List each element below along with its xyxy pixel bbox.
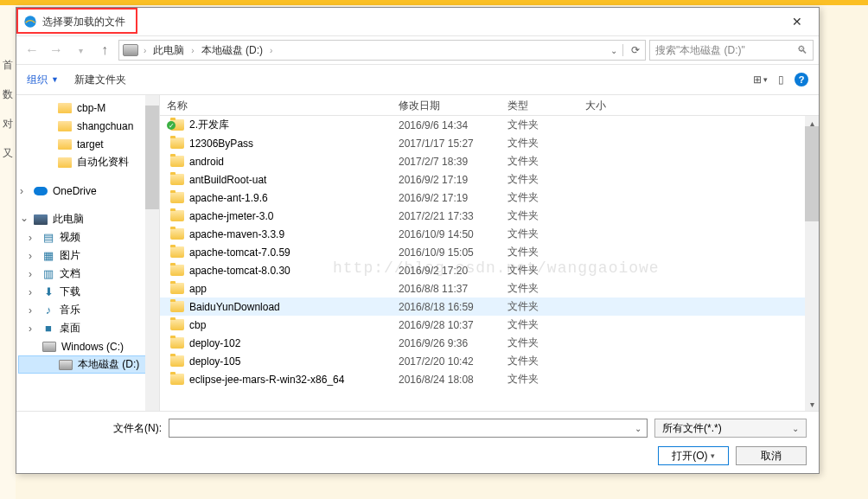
search-placeholder: 搜索"本地磁盘 (D:)" <box>655 43 745 58</box>
close-button[interactable]: ✕ <box>779 10 815 34</box>
drive-icon <box>123 44 138 56</box>
filename-input[interactable]: ⌄ <box>169 419 648 438</box>
back-button[interactable]: ← <box>22 40 42 61</box>
library-icon: ▦ <box>42 250 54 262</box>
table-row[interactable]: app 2016/8/8 11:37 文件夹 <box>160 279 819 297</box>
sidebar-item-onedrive[interactable]: OneDrive <box>16 182 159 200</box>
background-text: 首数对又 <box>0 5 16 499</box>
folder-icon <box>170 119 184 131</box>
folder-icon <box>170 301 184 312</box>
file-list: 名称 修改日期 类型 大小 2.开发库 2016/9/6 14:34 文件夹 1… <box>160 95 819 411</box>
folder-icon <box>170 355 184 367</box>
list-scrollbar[interactable]: ▴ ▾ <box>805 116 819 411</box>
sidebar-scrollbar[interactable] <box>145 95 159 411</box>
column-header-date[interactable]: 修改日期 <box>392 95 501 115</box>
folder-icon <box>170 228 184 240</box>
sidebar-item-library[interactable]: ▦图片 <box>16 246 159 265</box>
breadcrumb[interactable]: 此电脑 <box>151 43 186 58</box>
filename-dropdown-icon[interactable]: ⌄ <box>635 424 641 433</box>
new-folder-button[interactable]: 新建文件夹 <box>74 73 126 87</box>
address-bar[interactable]: › 此电脑 › 本地磁盘 (D:) › ⌄ ⟳ <box>118 40 646 61</box>
sidebar-item-library[interactable]: ▥文档 <box>16 265 159 283</box>
refresh-button[interactable]: ⟳ <box>622 44 641 56</box>
folder-icon <box>170 210 184 221</box>
library-icon: ⬇ <box>42 286 54 298</box>
search-input[interactable]: 搜索"本地磁盘 (D:)" 🔍︎ <box>649 40 814 61</box>
drive-icon <box>42 342 56 352</box>
folder-icon <box>170 265 184 276</box>
table-row[interactable]: 2.开发库 2016/9/6 14:34 文件夹 <box>160 116 819 134</box>
dialog-title: 选择要加载的文件 <box>42 15 125 29</box>
forward-button[interactable]: → <box>46 40 67 61</box>
table-row[interactable]: android 2017/2/7 18:39 文件夹 <box>160 152 819 170</box>
folder-icon <box>170 283 184 294</box>
table-row[interactable]: cbp 2016/9/28 10:37 文件夹 <box>160 316 819 334</box>
folder-icon <box>58 157 72 168</box>
folder-icon <box>170 156 184 167</box>
chevron-down-icon: ⌄ <box>792 424 799 433</box>
sidebar: cbp-Mshangchuantarget自动化资料 OneDrive 此电脑 … <box>16 95 160 411</box>
pc-icon <box>34 214 48 225</box>
table-row[interactable]: antBuildRoot-uat 2016/9/2 17:19 文件夹 <box>160 170 819 189</box>
table-row[interactable]: apache-tomcat-7.0.59 2016/10/9 15:05 文件夹 <box>160 243 819 261</box>
sidebar-item[interactable]: 自动化资料 <box>16 153 159 171</box>
drive-icon <box>59 360 73 370</box>
preview-pane-button[interactable]: ▯ <box>778 74 784 86</box>
table-row[interactable]: apache-jmeter-3.0 2017/2/21 17:33 文件夹 <box>160 207 819 225</box>
nav-bar: ← → ▾ ↑ › 此电脑 › 本地磁盘 (D:) › ⌄ ⟳ 搜索"本地磁盘 … <box>16 35 819 65</box>
footer: 文件名(N): ⌄ 所有文件(*.*) ⌄ 打开(O) ▾ 取消 <box>16 411 819 473</box>
library-icon: ▥ <box>42 268 54 280</box>
sidebar-item-library[interactable]: ♪音乐 <box>16 301 159 319</box>
recent-dropdown[interactable]: ▾ <box>70 40 91 61</box>
folder-icon <box>170 192 184 203</box>
sidebar-item-this-pc[interactable]: 此电脑 <box>16 210 159 228</box>
sidebar-item-drive[interactable]: 本地磁盘 (D:) <box>18 355 157 374</box>
library-icon: ♪ <box>42 304 54 317</box>
toolbar: 组织 ▼ 新建文件夹 ⊞▾ ▯ ? <box>16 65 819 94</box>
column-header-name[interactable]: 名称 <box>160 95 392 115</box>
sidebar-item[interactable]: target <box>16 135 159 153</box>
table-row[interactable]: apache-ant-1.9.6 2016/9/2 17:19 文件夹 <box>160 189 819 207</box>
table-row[interactable]: BaiduYunDownload 2016/8/18 16:59 文件夹 <box>160 297 819 316</box>
sidebar-item[interactable]: cbp-M <box>16 99 159 117</box>
column-header-type[interactable]: 类型 <box>501 95 578 115</box>
folder-icon <box>170 337 184 349</box>
breadcrumb[interactable]: 本地磁盘 (D:) <box>200 43 265 58</box>
open-button[interactable]: 打开(O) ▾ <box>658 446 729 465</box>
address-dropdown[interactable]: ⌄ <box>610 46 617 55</box>
folder-icon <box>58 103 72 113</box>
table-row[interactable]: apache-maven-3.3.9 2016/10/9 14:50 文件夹 <box>160 225 819 243</box>
table-row[interactable]: 12306ByPass 2017/1/17 15:27 文件夹 <box>160 134 819 152</box>
folder-icon <box>170 374 184 385</box>
search-icon: 🔍︎ <box>797 44 807 56</box>
folder-icon <box>58 121 72 131</box>
folder-icon <box>170 246 184 258</box>
sidebar-item-drive[interactable]: Windows (C:) <box>16 337 159 355</box>
folder-icon <box>58 139 72 150</box>
sidebar-item-library[interactable]: ⬇下载 <box>16 283 159 301</box>
chevron-down-icon: ▼ <box>51 75 59 84</box>
sidebar-item[interactable]: shangchuan <box>16 117 159 135</box>
table-row[interactable]: eclipse-jee-mars-R-win32-x86_64 2016/8/2… <box>160 370 819 388</box>
file-type-select[interactable]: 所有文件(*.*) ⌄ <box>654 419 807 438</box>
titlebar: 选择要加载的文件 ✕ <box>16 8 819 35</box>
table-row[interactable]: apache-tomcat-8.0.30 2016/9/2 17:20 文件夹 <box>160 261 819 279</box>
sidebar-item-library[interactable]: ▤视频 <box>16 228 159 246</box>
folder-icon <box>170 319 184 330</box>
library-icon: ▤ <box>42 232 54 244</box>
column-header-size[interactable]: 大小 <box>578 95 656 115</box>
file-dialog: 选择要加载的文件 ✕ ← → ▾ ↑ › 此电脑 › 本地磁盘 (D:) › ⌄… <box>16 7 820 474</box>
table-row[interactable]: deploy-102 2016/9/26 9:36 文件夹 <box>160 334 819 352</box>
folder-icon <box>170 174 184 185</box>
up-button[interactable]: ↑ <box>94 40 115 61</box>
help-icon[interactable]: ? <box>795 73 808 86</box>
folder-icon <box>170 138 184 149</box>
onedrive-icon <box>34 187 48 195</box>
cancel-button[interactable]: 取消 <box>736 446 807 465</box>
table-row[interactable]: deploy-105 2017/2/20 10:42 文件夹 <box>160 352 819 370</box>
ie-icon <box>23 15 37 29</box>
sidebar-item-library[interactable]: ■桌面 <box>16 319 159 337</box>
organize-menu[interactable]: 组织 ▼ <box>27 73 59 87</box>
view-mode-button[interactable]: ⊞▾ <box>753 74 768 86</box>
filename-label: 文件名(N): <box>29 421 162 436</box>
